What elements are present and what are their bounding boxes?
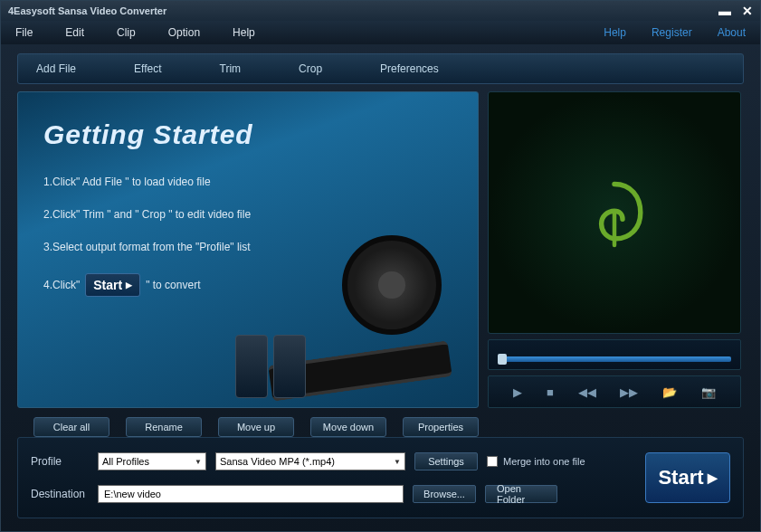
menu-file[interactable]: File	[15, 26, 33, 39]
profile-group-dropdown[interactable]: All Profiles	[98, 452, 206, 470]
devices-graphic	[235, 335, 306, 398]
getting-started-panel: Getting Started 1.Click" Add File " to l…	[17, 91, 479, 408]
menu-help[interactable]: Help	[233, 26, 255, 39]
app-window: 4Easysoft Sansa Video Converter ▬ ✕ File…	[0, 0, 761, 532]
menu-edit[interactable]: Edit	[65, 26, 84, 39]
properties-button[interactable]: Properties	[403, 417, 479, 437]
link-register[interactable]: Register	[652, 26, 692, 39]
titlebar: 4Easysoft Sansa Video Converter ▬ ✕	[1, 1, 760, 21]
merge-label: Merge into one file	[503, 456, 585, 467]
settings-button[interactable]: Settings	[414, 452, 478, 470]
move-up-button[interactable]: Move up	[218, 417, 294, 437]
start-inline-button[interactable]: Start	[85, 273, 140, 297]
progress-area	[488, 339, 741, 370]
list-buttons-row: Clear all Rename Move up Move down Prope…	[33, 417, 479, 437]
bottom-panel: Profile All Profiles Sansa Video MP4 (*.…	[17, 437, 744, 518]
prev-icon[interactable]: ◀◀	[578, 385, 596, 399]
open-folder-button[interactable]: Open Folder	[485, 485, 557, 503]
toolbar-crop[interactable]: Crop	[299, 62, 322, 75]
menubar: File Edit Clip Option Help Help Register…	[1, 21, 760, 44]
logo-icon	[574, 172, 655, 253]
move-down-button[interactable]: Move down	[310, 417, 386, 437]
stop-icon[interactable]: ■	[547, 385, 554, 399]
toolbar-effect[interactable]: Effect	[134, 62, 161, 75]
progress-slider[interactable]	[498, 356, 731, 362]
close-icon[interactable]: ✕	[742, 4, 753, 18]
profile-label: Profile	[31, 455, 89, 468]
link-help[interactable]: Help	[604, 26, 626, 39]
browse-button[interactable]: Browse...	[413, 485, 476, 503]
clear-all-button[interactable]: Clear all	[33, 417, 109, 437]
film-reel-graphic	[306, 226, 469, 389]
merge-checkbox[interactable]	[487, 456, 498, 467]
link-about[interactable]: About	[718, 26, 746, 39]
snapshot-icon[interactable]: 📷	[701, 385, 716, 399]
destination-label: Destination	[31, 488, 89, 500]
open-icon[interactable]: 📂	[662, 385, 677, 399]
start-button[interactable]: Start	[645, 452, 730, 503]
toolbar-preferences[interactable]: Preferences	[380, 62, 439, 75]
toolbar-trim[interactable]: Trim	[220, 62, 242, 75]
rename-button[interactable]: Rename	[126, 417, 202, 437]
toolbar: Add File Effect Trim Crop Preferences	[17, 53, 744, 84]
merge-checkbox-wrap[interactable]: Merge into one file	[487, 456, 585, 467]
player-controls: ▶ ■ ◀◀ ▶▶ 📂 📷	[488, 375, 741, 408]
next-icon[interactable]: ▶▶	[620, 385, 638, 399]
getting-started-title: Getting Started	[43, 119, 452, 150]
step-2: 2.Click" Trim " and " Crop " to edit vid…	[43, 208, 452, 221]
progress-thumb[interactable]	[498, 354, 507, 365]
preview-screen	[488, 91, 741, 334]
profile-format-dropdown[interactable]: Sansa Video MP4 (*.mp4)	[215, 452, 405, 470]
minimize-icon[interactable]: ▬	[718, 4, 731, 18]
menu-clip[interactable]: Clip	[117, 26, 136, 39]
window-title: 4Easysoft Sansa Video Converter	[8, 5, 166, 16]
preview-panel: ▶ ■ ◀◀ ▶▶ 📂 📷	[488, 91, 741, 408]
menu-option[interactable]: Option	[168, 26, 200, 39]
toolbar-add-file[interactable]: Add File	[36, 62, 76, 75]
play-icon[interactable]: ▶	[513, 385, 522, 399]
destination-field[interactable]: E:\new video	[98, 485, 404, 503]
step-1: 1.Click" Add File " to load video file	[43, 176, 452, 188]
